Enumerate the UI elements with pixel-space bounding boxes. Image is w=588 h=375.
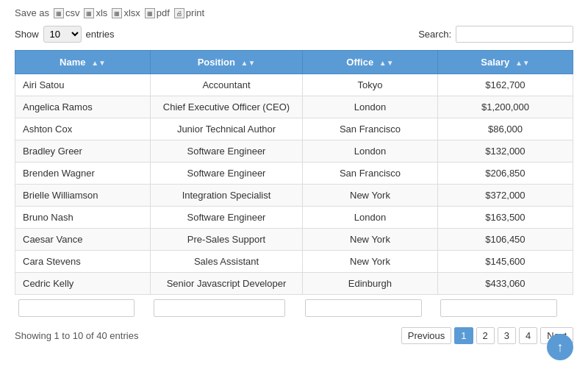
cell-name: Cara Stevens bbox=[15, 251, 151, 273]
office-sort-icon: ▲▼ bbox=[379, 59, 394, 67]
print-icon: 🖨 bbox=[174, 8, 184, 18]
xls-link[interactable]: ▦ xls bbox=[84, 7, 107, 18]
col-position[interactable]: Position ▲▼ bbox=[151, 51, 303, 74]
cell-salary: $163,500 bbox=[437, 207, 573, 229]
cell-position: Accountant bbox=[151, 74, 303, 96]
cell-office: London bbox=[302, 96, 437, 118]
save-as-label: Save as bbox=[15, 7, 49, 18]
cell-position: Sales Assistant bbox=[151, 251, 303, 273]
search-row: Search: bbox=[418, 26, 573, 43]
name-sort-icon: ▲▼ bbox=[91, 59, 106, 67]
table-row: Cara StevensSales AssistantNew York$145,… bbox=[15, 251, 573, 273]
cell-office: Tokyo bbox=[302, 74, 437, 96]
cell-name: Bradley Greer bbox=[15, 140, 151, 162]
cell-salary: $106,450 bbox=[437, 229, 573, 251]
entries-label: entries bbox=[86, 29, 115, 40]
cell-office: New York bbox=[302, 251, 437, 273]
table-row: Angelica RamosChief Executive Officer (C… bbox=[15, 96, 573, 118]
controls-row: Show 10 25 50 100 entries Search: bbox=[15, 26, 573, 43]
cell-name: Caesar Vance bbox=[15, 229, 151, 251]
cell-office: Edinburgh bbox=[302, 273, 437, 295]
table-row: Bruno NashSoftware EngineerLondon$163,50… bbox=[15, 207, 573, 229]
col-office[interactable]: Office ▲▼ bbox=[302, 51, 437, 74]
table-row: Caesar VancePre-Sales SupportNew York$10… bbox=[15, 229, 573, 251]
col-salary[interactable]: Salary ▲▼ bbox=[437, 51, 573, 74]
cell-office: London bbox=[302, 140, 437, 162]
data-table: Name ▲▼ Position ▲▼ Office ▲▼ Salary ▲▼ … bbox=[15, 50, 573, 321]
xlsx-icon: ▦ bbox=[112, 8, 122, 18]
cell-salary: $162,700 bbox=[437, 74, 573, 96]
pdf-icon: ▦ bbox=[145, 8, 155, 18]
cell-salary: $433,060 bbox=[437, 273, 573, 295]
cell-position: Integration Specialist bbox=[151, 185, 303, 207]
scroll-top-button[interactable]: ↑ bbox=[547, 334, 573, 360]
cell-position: Senior Javascript Developer bbox=[151, 273, 303, 295]
table-header-row: Name ▲▼ Position ▲▼ Office ▲▼ Salary ▲▼ bbox=[15, 51, 573, 74]
cell-salary: $1,200,000 bbox=[437, 96, 573, 118]
pdf-link[interactable]: ▦ pdf bbox=[145, 7, 170, 18]
table-row: Bradley GreerSoftware EngineerLondon$132… bbox=[15, 140, 573, 162]
footer-office-input[interactable] bbox=[305, 299, 421, 317]
cell-office: San Francisco bbox=[302, 162, 437, 185]
cell-position: Pre-Sales Support bbox=[151, 229, 303, 251]
cell-name: Brenden Wagner bbox=[15, 162, 151, 185]
table-row: Brielle WilliamsonIntegration Specialist… bbox=[15, 185, 573, 207]
cell-position: Chief Executive Officer (CEO) bbox=[151, 96, 303, 118]
xlsx-link[interactable]: ▦ xlsx bbox=[112, 7, 140, 18]
cell-name: Cedric Kelly bbox=[15, 273, 151, 295]
cell-name: Airi Satou bbox=[15, 74, 151, 96]
footer-salary-input[interactable] bbox=[440, 299, 556, 317]
cell-position: Junior Technical Author bbox=[151, 118, 303, 140]
footer-position-input[interactable] bbox=[154, 299, 285, 317]
csv-link[interactable]: ▦ csv bbox=[54, 7, 80, 18]
entries-select[interactable]: 10 25 50 100 bbox=[43, 26, 82, 43]
page-3-btn[interactable]: 3 bbox=[498, 327, 516, 344]
showing-text: Showing 1 to 10 of 40 entries bbox=[15, 330, 138, 341]
csv-icon: ▦ bbox=[54, 8, 64, 18]
cell-salary: $372,000 bbox=[437, 185, 573, 207]
table-row: Airi SatouAccountantTokyo$162,700 bbox=[15, 74, 573, 96]
cell-office: San Francisco bbox=[302, 118, 437, 140]
page-1-btn[interactable]: 1 bbox=[454, 327, 473, 344]
footer-name-input[interactable] bbox=[18, 299, 135, 317]
cell-name: Brielle Williamson bbox=[15, 185, 151, 207]
show-entries: Show 10 25 50 100 entries bbox=[15, 26, 115, 43]
salary-sort-icon: ▲▼ bbox=[515, 59, 530, 67]
page-4-btn[interactable]: 4 bbox=[519, 327, 537, 344]
page-2-btn[interactable]: 2 bbox=[476, 327, 495, 344]
cell-name: Bruno Nash bbox=[15, 207, 151, 229]
cell-salary: $132,000 bbox=[437, 140, 573, 162]
cell-position: Software Engineer bbox=[151, 140, 303, 162]
footer-row: Showing 1 to 10 of 40 entries Previous 1… bbox=[15, 327, 573, 344]
cell-position: Software Engineer bbox=[151, 207, 303, 229]
table-row: Brenden WagnerSoftware EngineerSan Franc… bbox=[15, 162, 573, 185]
show-label: Show bbox=[15, 29, 39, 40]
table-footer-row bbox=[15, 295, 573, 322]
cell-name: Angelica Ramos bbox=[15, 96, 151, 118]
cell-salary: $145,600 bbox=[437, 251, 573, 273]
position-sort-icon: ▲▼ bbox=[241, 59, 256, 67]
toolbar: Save as ▦ csv ▦ xls ▦ xlsx ▦ pdf 🖨 print bbox=[15, 7, 573, 18]
print-link[interactable]: 🖨 print bbox=[174, 7, 204, 18]
search-label: Search: bbox=[418, 29, 451, 40]
cell-office: London bbox=[302, 207, 437, 229]
search-input[interactable] bbox=[456, 26, 573, 43]
table-row: Ashton CoxJunior Technical AuthorSan Fra… bbox=[15, 118, 573, 140]
col-name[interactable]: Name ▲▼ bbox=[15, 51, 151, 74]
xls-icon: ▦ bbox=[84, 8, 94, 18]
table-row: Cedric KellySenior Javascript DeveloperE… bbox=[15, 273, 573, 295]
cell-salary: $86,000 bbox=[437, 118, 573, 140]
prev-page-btn[interactable]: Previous bbox=[401, 327, 452, 344]
cell-name: Ashton Cox bbox=[15, 118, 151, 140]
cell-salary: $206,850 bbox=[437, 162, 573, 185]
cell-position: Software Engineer bbox=[151, 162, 303, 185]
cell-office: New York bbox=[302, 185, 437, 207]
cell-office: New York bbox=[302, 229, 437, 251]
